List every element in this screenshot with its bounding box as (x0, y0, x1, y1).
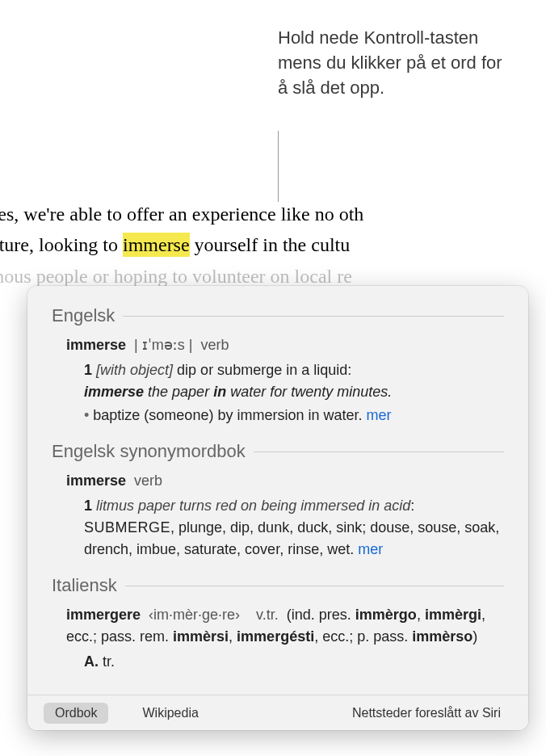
text-frag: digenous people or hoping to volunteer o… (0, 266, 352, 287)
part-of-speech: verb (200, 337, 229, 353)
grammar-label: [with object] (96, 362, 173, 378)
section-title: Engelsk synonymordbok (52, 441, 246, 462)
dictionary-section-english: Engelsk immerse | ɪˈməːs | verb 1 [with … (52, 305, 504, 426)
tab-siri-suggestions[interactable]: Nettsteder foreslått av Siri (341, 703, 512, 724)
sense-number: 1 (84, 362, 92, 378)
tab-wikipedia[interactable]: Wikipedia (131, 703, 209, 724)
tab-dictionary[interactable]: Ordbok (44, 703, 108, 724)
text-frag: yourself in the cultu (190, 234, 351, 255)
example-text: water for twenty minutes (226, 384, 388, 400)
part-of-speech: verb (134, 472, 162, 489)
sense-pos: tr. (103, 653, 115, 670)
example-text: the paper (144, 384, 213, 400)
definition-text: dip or submerge in a liquid: (177, 362, 351, 378)
subsense-text: baptize (someone) by immersion in water. (93, 407, 362, 423)
sense-number: 1 (84, 498, 92, 514)
synonym-lead: SUBMERGE (84, 519, 170, 536)
headword: immerse (66, 472, 126, 489)
pronunciation: | ɪˈməːs | (134, 337, 192, 353)
dictionary-section-italian: Italiensk immergere ‹im·mèr·ge·re› v.tr.… (52, 575, 504, 673)
headword: immerse (66, 337, 126, 353)
section-rule (254, 452, 504, 452)
pronunciation: ‹im·mèr·ge·re› (149, 607, 240, 623)
example-bold: immerse (84, 384, 144, 400)
section-title: Engelsk (52, 305, 115, 326)
callout-leader-line (278, 131, 279, 202)
thesaurus-section-english: Engelsk synonymordbok immerse verb 1 lit… (52, 441, 504, 561)
section-rule (123, 316, 504, 317)
headword: immergere (66, 607, 141, 623)
section-title: Italiensk (52, 575, 117, 596)
lookup-popover: Engelsk immerse | ɪˈməːs | verb 1 [with … (27, 286, 528, 730)
more-link[interactable]: mer (358, 541, 383, 557)
highlighted-word[interactable]: immerse (123, 233, 190, 257)
example-bold: in (213, 384, 226, 400)
sense-label: A. (84, 653, 99, 670)
text-frag: dventure, looking to (0, 234, 123, 255)
section-rule (125, 586, 504, 586)
popover-footer: Ordbok Wikipedia Nettsteder foreslått av… (27, 695, 528, 730)
callout-text: Hold nede Kontroll-tasten mens du klikke… (278, 26, 504, 100)
example-sentence: litmus paper turns red on being immersed… (96, 498, 410, 514)
popover-content[interactable]: Engelsk immerse | ɪˈməːs | verb 1 [with … (27, 286, 528, 695)
part-of-speech: v.tr. (256, 607, 279, 623)
text-frag: ckages, we're able to offer an experienc… (0, 204, 363, 225)
more-link[interactable]: mer (366, 407, 391, 423)
